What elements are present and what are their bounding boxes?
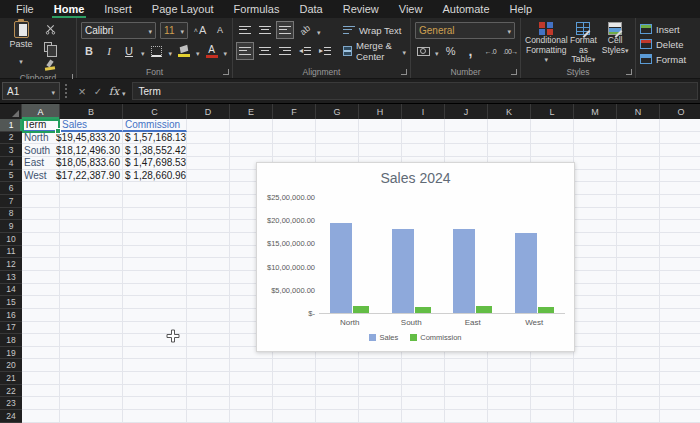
cell-J1[interactable] [445,119,488,132]
menu-tab-data[interactable]: Data [289,0,332,18]
cell-B3[interactable]: $18,12,496.30 [60,144,123,157]
row-header-5[interactable]: 5 [0,170,22,183]
cell-H24[interactable] [359,410,402,423]
cell-G3[interactable] [316,144,359,157]
cell-J24[interactable] [445,410,488,423]
cell-N8[interactable] [617,208,660,221]
cell-A22[interactable] [22,385,60,398]
formula-input[interactable]: Term [132,82,698,100]
cell-B6[interactable] [60,182,123,195]
cancel-icon[interactable] [74,83,90,99]
cell-M19[interactable] [574,347,617,360]
cell-N1[interactable] [617,119,660,132]
cell-G22[interactable] [316,385,359,398]
cell-D22[interactable] [187,385,230,398]
cell-A19[interactable] [22,347,60,360]
cell-C2[interactable]: $ 1,57,168.13 [123,132,187,145]
cell-O8[interactable] [660,208,700,221]
cell-M2[interactable] [574,132,617,145]
cell-M20[interactable] [574,359,617,372]
cell-A6[interactable] [22,182,60,195]
cell-H21[interactable] [359,372,402,385]
cell-J22[interactable] [445,385,488,398]
cell-A17[interactable] [22,322,60,335]
cell-J23[interactable] [445,397,488,410]
bold-button[interactable] [81,43,97,59]
cell-D13[interactable] [187,271,230,284]
cell-M13[interactable] [574,271,617,284]
cell-C4[interactable]: $ 1,47,698.53 [123,157,187,170]
cell-B8[interactable] [60,208,123,221]
name-box[interactable]: A1 [2,82,60,100]
column-header-m[interactable]: M [574,104,617,119]
cell-O14[interactable] [660,284,700,297]
align-right-button[interactable] [277,43,293,59]
row-header-17[interactable]: 17 [0,322,22,335]
font-size-select[interactable]: 11 [160,22,188,39]
cell-K1[interactable] [488,119,531,132]
column-header-d[interactable]: D [187,104,230,119]
menu-tab-page-layout[interactable]: Page Layout [142,0,224,18]
dialog-launcher-icon[interactable] [401,69,407,75]
column-header-n[interactable]: N [617,104,660,119]
column-header-k[interactable]: K [488,104,531,119]
cell-O6[interactable] [660,182,700,195]
row-header-18[interactable]: 18 [0,334,22,347]
cell-N2[interactable] [617,132,660,145]
cell-B14[interactable] [60,284,123,297]
cell-H23[interactable] [359,397,402,410]
paste-button[interactable]: Paste [4,21,38,73]
cell-I20[interactable] [402,359,445,372]
font-color-button[interactable]: A [204,43,220,59]
cell-N4[interactable] [617,157,660,170]
cell-E1[interactable] [230,119,273,132]
cell-F2[interactable] [273,132,316,145]
accounting-format-button[interactable] [415,43,431,59]
cell-F3[interactable] [273,144,316,157]
cell-O16[interactable] [660,309,700,322]
cell-D7[interactable] [187,195,230,208]
cell-D2[interactable] [187,132,230,145]
cell-D6[interactable] [187,182,230,195]
increase-indent-button[interactable] [317,43,333,59]
cell-D11[interactable] [187,246,230,259]
column-header-e[interactable]: E [230,104,273,119]
cell-A1[interactable]: Term [22,119,60,132]
comma-style-button[interactable] [463,43,479,59]
cell-M4[interactable] [574,157,617,170]
cell-M14[interactable] [574,284,617,297]
cell-A5[interactable]: West [22,170,60,183]
row-header-4[interactable]: 4 [0,157,22,170]
decrease-decimal-button[interactable]: .00→ [503,43,519,59]
cell-O20[interactable] [660,359,700,372]
cell-A12[interactable] [22,258,60,271]
cell-C6[interactable] [123,182,187,195]
column-header-f[interactable]: F [273,104,316,119]
cell-A9[interactable] [22,220,60,233]
cell-C23[interactable] [123,397,187,410]
cell-D19[interactable] [187,347,230,360]
cell-G20[interactable] [316,359,359,372]
cell-B20[interactable] [60,359,123,372]
cell-K20[interactable] [488,359,531,372]
cell-D15[interactable] [187,296,230,309]
cell-E24[interactable] [230,410,273,423]
cell-I21[interactable] [402,372,445,385]
cell-C16[interactable] [123,309,187,322]
cell-D14[interactable] [187,284,230,297]
cell-M21[interactable] [574,372,617,385]
cell-D5[interactable] [187,170,230,183]
cell-L2[interactable] [531,132,574,145]
cell-O2[interactable] [660,132,700,145]
row-header-1[interactable]: 1 [0,119,22,132]
cell-M23[interactable] [574,397,617,410]
cell-M18[interactable] [574,334,617,347]
row-header-14[interactable]: 14 [0,284,22,297]
cell-A16[interactable] [22,309,60,322]
column-header-g[interactable]: G [316,104,359,119]
cell-D17[interactable] [187,322,230,335]
cell-C5[interactable]: $ 1,28,660.96 [123,170,187,183]
cell-B12[interactable] [60,258,123,271]
cell-M17[interactable] [574,322,617,335]
cell-N14[interactable] [617,284,660,297]
